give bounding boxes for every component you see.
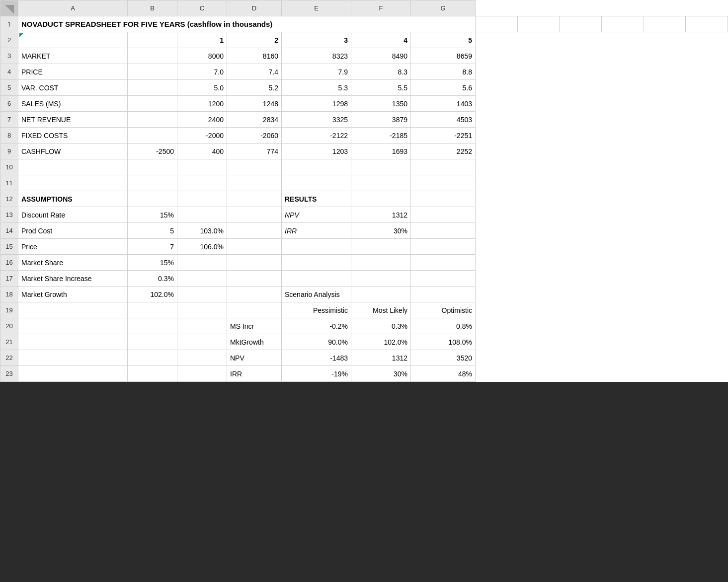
cell-1-C[interactable] bbox=[517, 16, 560, 32]
col-header-F[interactable]: F bbox=[351, 0, 411, 16]
cell-18-B[interactable]: 102.0% bbox=[128, 287, 177, 302]
cell-15-F[interactable] bbox=[351, 239, 411, 255]
cell-21-G[interactable]: 108.0% bbox=[411, 334, 476, 350]
col-header-G[interactable]: G bbox=[411, 0, 476, 16]
cell-1-E[interactable] bbox=[601, 16, 644, 32]
cell-21-A[interactable] bbox=[18, 334, 128, 350]
cell-3-A[interactable]: MARKET bbox=[18, 48, 128, 64]
col-header-E[interactable]: E bbox=[282, 0, 351, 16]
cell-21-F[interactable]: 102.0% bbox=[351, 334, 411, 350]
cell-3-C[interactable]: 8000 bbox=[177, 48, 227, 64]
cell-6-G[interactable]: 1403 bbox=[411, 96, 476, 112]
cell-1-D[interactable] bbox=[560, 16, 602, 32]
cell-21-B[interactable] bbox=[128, 334, 177, 350]
cell-7-D[interactable]: 2834 bbox=[227, 112, 282, 128]
cell-4-G[interactable]: 8.8 bbox=[411, 64, 476, 80]
cell-5-A[interactable]: VAR. COST bbox=[18, 80, 128, 96]
cell-20-G[interactable]: 0.8% bbox=[411, 318, 476, 334]
cell-22-C[interactable] bbox=[177, 350, 227, 366]
cell-13-B[interactable]: 15% bbox=[128, 207, 177, 223]
cell-10-B[interactable] bbox=[128, 159, 177, 175]
cell-15-D[interactable] bbox=[227, 239, 282, 255]
cell-22-B[interactable] bbox=[128, 350, 177, 366]
cell-5-C[interactable]: 5.0 bbox=[177, 80, 227, 96]
cell-20-C[interactable] bbox=[177, 318, 227, 334]
cell-4-B[interactable] bbox=[128, 64, 177, 80]
cell-13-A[interactable]: Discount Rate bbox=[18, 207, 128, 223]
cell-2-C[interactable]: 1 bbox=[177, 32, 227, 48]
cell-23-A[interactable] bbox=[18, 366, 128, 382]
cell-11-F[interactable] bbox=[351, 175, 411, 191]
cell-16-A[interactable]: Market Share bbox=[18, 255, 128, 271]
cell-5-E[interactable]: 5.3 bbox=[282, 80, 351, 96]
cell-11-A[interactable] bbox=[18, 175, 128, 191]
cell-22-F[interactable]: 1312 bbox=[351, 350, 411, 366]
cell-16-C[interactable] bbox=[177, 255, 227, 271]
cell-21-C[interactable] bbox=[177, 334, 227, 350]
cell-1-G[interactable] bbox=[686, 16, 728, 32]
cell-8-A[interactable]: FIXED COSTS bbox=[18, 128, 128, 144]
cell-9-E[interactable]: 1203 bbox=[282, 144, 351, 159]
cell-19-F[interactable]: Most Likely bbox=[351, 302, 411, 318]
cell-16-B[interactable]: 15% bbox=[128, 255, 177, 271]
cell-17-D[interactable] bbox=[227, 271, 282, 287]
cell-14-D[interactable] bbox=[227, 223, 282, 239]
cell-23-B[interactable] bbox=[128, 366, 177, 382]
cell-13-E[interactable]: NPV bbox=[282, 207, 351, 223]
cell-11-G[interactable] bbox=[411, 175, 476, 191]
cell-10-C[interactable] bbox=[177, 159, 227, 175]
cell-9-F[interactable]: 1693 bbox=[351, 144, 411, 159]
cell-2-D[interactable]: 2 bbox=[227, 32, 282, 48]
cell-2-A[interactable] bbox=[18, 32, 128, 48]
cell-14-E[interactable]: IRR bbox=[282, 223, 351, 239]
cell-9-B[interactable]: -2500 bbox=[128, 144, 177, 159]
cell-3-G[interactable]: 8659 bbox=[411, 48, 476, 64]
cell-4-F[interactable]: 8.3 bbox=[351, 64, 411, 80]
cell-7-C[interactable]: 2400 bbox=[177, 112, 227, 128]
cell-8-F[interactable]: -2185 bbox=[351, 128, 411, 144]
cell-11-C[interactable] bbox=[177, 175, 227, 191]
cell-22-G[interactable]: 3520 bbox=[411, 350, 476, 366]
cell-7-A[interactable]: NET REVENUE bbox=[18, 112, 128, 128]
cell-10-A[interactable] bbox=[18, 159, 128, 175]
cell-15-G[interactable] bbox=[411, 239, 476, 255]
cell-8-B[interactable] bbox=[128, 128, 177, 144]
cell-5-F[interactable]: 5.5 bbox=[351, 80, 411, 96]
cell-3-B[interactable] bbox=[128, 48, 177, 64]
cell-21-E[interactable]: 90.0% bbox=[282, 334, 351, 350]
cell-4-C[interactable]: 7.0 bbox=[177, 64, 227, 80]
cell-17-C[interactable] bbox=[177, 271, 227, 287]
cell-18-F[interactable] bbox=[351, 287, 411, 302]
cell-11-E[interactable] bbox=[282, 175, 351, 191]
cell-12-F[interactable] bbox=[351, 191, 411, 207]
cell-20-D[interactable]: MS Incr bbox=[227, 318, 282, 334]
cell-17-G[interactable] bbox=[411, 271, 476, 287]
cell-12-B[interactable] bbox=[128, 191, 177, 207]
cell-9-A[interactable]: CASHFLOW bbox=[18, 144, 128, 159]
cell-13-D[interactable] bbox=[227, 207, 282, 223]
cell-12-E[interactable]: RESULTS bbox=[282, 191, 351, 207]
cell-7-G[interactable]: 4503 bbox=[411, 112, 476, 128]
cell-10-F[interactable] bbox=[351, 159, 411, 175]
col-header-D[interactable]: D bbox=[227, 0, 282, 16]
cell-6-A[interactable]: SALES (MS) bbox=[18, 96, 128, 112]
cell-12-G[interactable] bbox=[411, 191, 476, 207]
cell-5-D[interactable]: 5.2 bbox=[227, 80, 282, 96]
cell-4-A[interactable]: PRICE bbox=[18, 64, 128, 80]
cell-23-C[interactable] bbox=[177, 366, 227, 382]
cell-12-D[interactable] bbox=[227, 191, 282, 207]
cell-15-B[interactable]: 7 bbox=[128, 239, 177, 255]
cell-16-G[interactable] bbox=[411, 255, 476, 271]
col-header-A[interactable]: A bbox=[18, 0, 128, 16]
cell-14-G[interactable] bbox=[411, 223, 476, 239]
cell-6-D[interactable]: 1248 bbox=[227, 96, 282, 112]
cell-9-C[interactable]: 400 bbox=[177, 144, 227, 159]
cell-16-F[interactable] bbox=[351, 255, 411, 271]
cell-19-A[interactable] bbox=[18, 302, 128, 318]
cell-18-D[interactable] bbox=[227, 287, 282, 302]
cell-8-C[interactable]: -2000 bbox=[177, 128, 227, 144]
col-header-C[interactable]: C bbox=[177, 0, 227, 16]
cell-1-F[interactable] bbox=[644, 16, 686, 32]
cell-19-C[interactable] bbox=[177, 302, 227, 318]
cell-18-C[interactable] bbox=[177, 287, 227, 302]
